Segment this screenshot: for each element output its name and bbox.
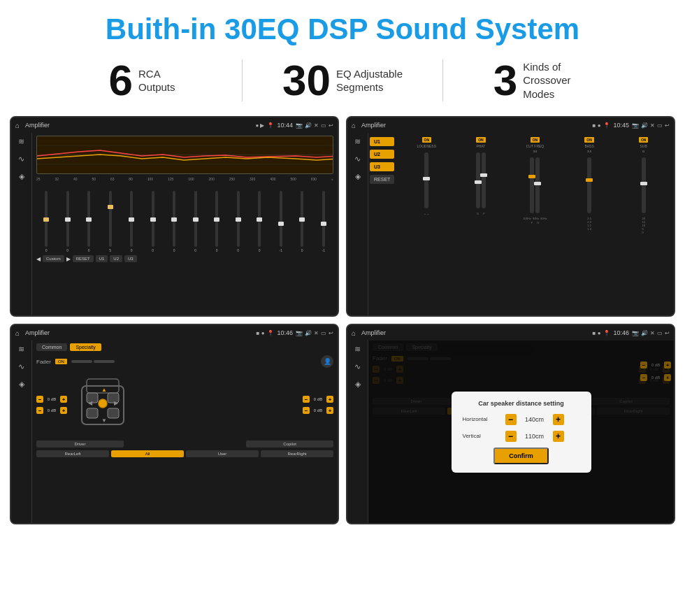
x-icon-2: ✕	[650, 122, 655, 129]
cutfreq-on[interactable]: ON	[531, 137, 540, 143]
bottom-buttons: Driver Copilot	[36, 440, 333, 447]
loudness-label: LOUDNESS	[417, 144, 437, 148]
right-rear-minus[interactable]: −	[303, 407, 310, 414]
left-front-minus[interactable]: −	[36, 396, 43, 403]
screen-fader: ⌂ Amplifier ■ ● 📍 10:46 📷 🔊 ✕ ▭ ↩ ≋ ∿ ◈	[10, 324, 339, 524]
cutfreq-sliders	[530, 155, 540, 215]
reset-button-amp[interactable]: RESET	[370, 175, 394, 184]
sub-label: SUB	[640, 144, 647, 148]
u2-button-amp[interactable]: U2	[370, 150, 394, 159]
wave-sidebar-icon[interactable]: ∿	[18, 155, 24, 164]
speaker-sidebar-icon-3[interactable]: ◈	[19, 380, 24, 389]
screen-amp-topbar: ⌂ Amplifier ■ ● 📍 10:45 📷 🔊 ✕ ▭ ↩	[347, 117, 674, 133]
reset-button[interactable]: RESET	[73, 255, 94, 262]
phat-on[interactable]: ON	[476, 137, 486, 143]
user-button[interactable]: User	[186, 450, 259, 457]
freq-500: 500	[291, 177, 296, 181]
phat-label: PHAT	[476, 144, 485, 148]
eq-sidebar-icon-2[interactable]: ≋	[354, 137, 361, 146]
cutfreq-slider-1[interactable]	[530, 157, 534, 213]
freq-40: 40	[73, 177, 78, 181]
rearleft-button[interactable]: RearLeft	[36, 450, 109, 457]
speaker-sidebar-icon[interactable]: ◈	[19, 172, 24, 181]
home-icon[interactable]: ⌂	[15, 122, 20, 129]
fader-text: Fader	[36, 359, 51, 365]
confirm-button[interactable]: Confirm	[493, 447, 549, 464]
prev-button[interactable]: ◀	[36, 256, 41, 262]
left-front-plus[interactable]: +	[60, 396, 67, 403]
speaker-sidebar-icon-2[interactable]: ◈	[355, 172, 361, 181]
location-icon: 📍	[267, 122, 274, 129]
cutfreq-slider-2[interactable]	[535, 157, 540, 213]
eq-slider-3: 0	[79, 191, 99, 252]
window-icon-2: ▭	[657, 122, 663, 129]
speaker-sidebar-icon-4[interactable]: ◈	[355, 380, 361, 389]
sub-slider-1[interactable]	[642, 157, 646, 213]
bass-label: BASS	[584, 144, 593, 148]
topbar-icons-3: 📷 🔊 ✕ ▭ ↩	[296, 330, 333, 336]
vertical-minus[interactable]: −	[505, 431, 517, 442]
bass-slider-1[interactable]	[587, 157, 591, 213]
phat-slider-1[interactable]	[476, 152, 480, 208]
copilot-button[interactable]: Copilot	[246, 440, 333, 447]
eq-slider-12: -1	[271, 191, 291, 252]
loudness-on[interactable]: ON	[422, 137, 432, 143]
stat-eq-number: 30	[282, 59, 331, 102]
screen-amp-time: 10:45	[613, 122, 629, 129]
fader-track-2[interactable]	[94, 360, 115, 363]
wave-sidebar-icon-2[interactable]: ∿	[354, 155, 361, 164]
tab-common[interactable]: Common	[36, 343, 67, 351]
right-front-plus[interactable]: +	[326, 396, 333, 403]
dialog-right-db: −0 dB+ −0 dB+	[640, 361, 671, 381]
left-rear-db: − 0 dB +	[36, 407, 67, 414]
screen-dist-topbar: ⌂ Amplifier ■ ● 📍 10:46 📷 🔊 ✕ ▭ ↩	[347, 325, 674, 341]
stat-crossover: 3 Kinds of Crossover Modes	[443, 59, 643, 102]
home-icon-2[interactable]: ⌂	[352, 122, 356, 129]
right-front-minus[interactable]: −	[303, 396, 310, 403]
u3-button[interactable]: U3	[124, 255, 137, 262]
eq-slider-8: 0	[186, 191, 206, 252]
u1-button[interactable]: U1	[96, 255, 108, 262]
wave-sidebar-icon-3[interactable]: ∿	[18, 362, 24, 371]
more-icon[interactable]: »	[331, 177, 333, 181]
dialog-horizontal-row: Horizontal − 140cm +	[463, 414, 580, 425]
eq-sidebar-icon-3[interactable]: ≋	[18, 345, 24, 354]
fader-track-1[interactable]	[71, 360, 92, 363]
x-icon: ✕	[314, 122, 319, 129]
all-button[interactable]: All	[111, 450, 184, 457]
channel-cutfreq: ON CUT FREQ 3.0 100Hz90Hz80Hz FG	[509, 137, 561, 313]
phat-slider-2[interactable]	[482, 152, 486, 208]
camera-icon: 📷	[296, 122, 303, 129]
left-rear-plus[interactable]: +	[60, 407, 67, 414]
car-diagram: ▲ ▼ ◀ ▶	[71, 372, 298, 438]
u2-button[interactable]: U2	[110, 255, 122, 262]
screen-amp-body: ≋ ∿ ◈ U1 U2 U3 RESET ON LOUDNESS	[347, 133, 674, 315]
horizontal-plus[interactable]: +	[553, 414, 564, 425]
wave-sidebar-icon-4[interactable]: ∿	[354, 362, 361, 371]
driver-button[interactable]: Driver	[36, 440, 124, 447]
tab-specialty[interactable]: Specialty	[70, 343, 101, 351]
play-icon: ● ▶	[255, 122, 264, 129]
u1-button-amp[interactable]: U1	[370, 137, 394, 146]
fader-on-badge: ON	[55, 359, 67, 364]
home-icon-3[interactable]: ⌂	[15, 329, 20, 337]
horizontal-minus[interactable]: −	[505, 414, 517, 425]
loudness-slider-1[interactable]	[424, 152, 428, 208]
u3-button-amp[interactable]: U3	[370, 162, 394, 171]
screen-eq-body: ≋ ∿ ◈	[11, 133, 338, 315]
right-rear-plus[interactable]: +	[326, 407, 333, 414]
screen-distance: ⌂ Amplifier ■ ● 📍 10:46 📷 🔊 ✕ ▭ ↩ ≋ ∿ ◈	[346, 324, 675, 524]
rearright-button[interactable]: RearRight	[261, 450, 333, 457]
dot-icon-2: ■ ●	[257, 330, 265, 336]
eq-sidebar-icon-4[interactable]: ≋	[354, 345, 361, 354]
vertical-plus[interactable]: +	[553, 431, 564, 442]
sub-on[interactable]: ON	[639, 137, 649, 143]
next-button[interactable]: ▶	[66, 256, 71, 262]
left-rear-minus[interactable]: −	[36, 407, 43, 414]
eq-sidebar-icon[interactable]: ≋	[18, 137, 24, 146]
camera-icon-4: 📷	[632, 330, 639, 336]
home-icon-4[interactable]: ⌂	[352, 329, 356, 337]
screen-amp-title: Amplifier	[361, 122, 590, 129]
car-svg: ▲ ▼ ◀ ▶	[71, 372, 134, 435]
bass-on[interactable]: ON	[584, 137, 594, 143]
